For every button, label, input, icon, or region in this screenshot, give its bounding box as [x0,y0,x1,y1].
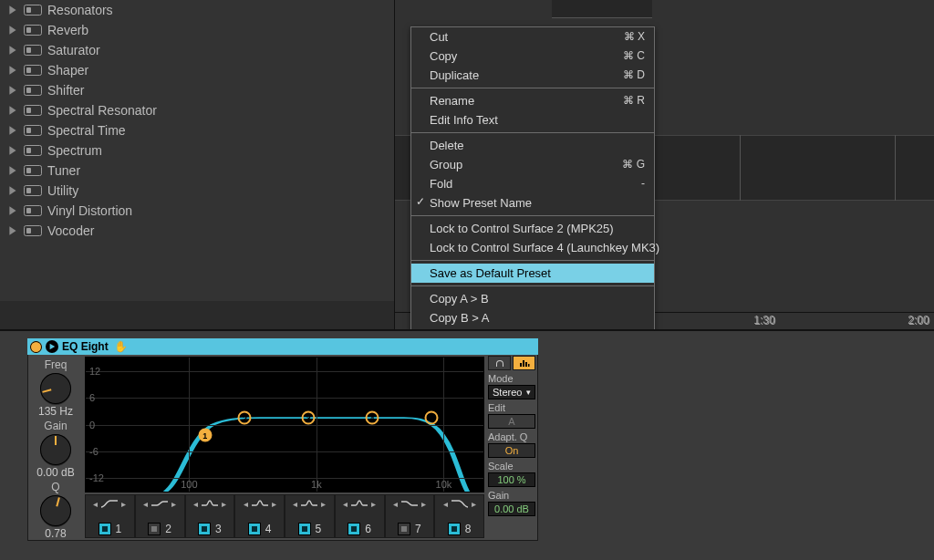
adaptq-value[interactable]: On [488,443,535,458]
menu-item[interactable]: Cut⌘ X [411,27,654,47]
svg-rect-40 [528,364,530,367]
gain-knob[interactable] [40,434,71,465]
graph-y-tick: -6 [89,446,99,457]
gain-value[interactable]: 0.00 dB [36,466,74,479]
menu-divider [411,260,654,261]
scale-value[interactable]: 100 % [488,472,535,487]
browser-item[interactable]: Spectral Time [7,120,387,140]
band-shape-selector[interactable]: ◂▸ [86,497,134,510]
band-slot: ◂▸1 [85,494,135,538]
menu-divider [411,215,654,216]
menu-item[interactable]: Lock to Control Surface 4 (Launchkey MK3… [411,238,654,257]
graph-gridline [86,371,483,372]
band-shape-selector[interactable]: ◂▸ [435,497,483,510]
browser-item[interactable]: Saturator [7,40,387,60]
menu-item-label: Group [430,158,462,171]
menu-item[interactable]: Lock to Control Surface 2 (MPK25) [411,219,654,238]
browser-item-label: Shifter [47,83,84,98]
gain-label: Gain [44,420,67,432]
device-eq-eight: EQ Eight ✋ Freq 135 Hz Gain 0.00 dB Q 0.… [27,338,538,555]
eq-graph[interactable]: 1260-6-121001k10k12345 [85,357,484,493]
browser-item[interactable]: Shifter [7,80,387,100]
browser-item[interactable]: Reverb [7,20,387,40]
menu-item[interactable]: Show Preset Name [411,193,654,213]
device-activator-icon[interactable] [30,341,42,353]
band-shape-selector[interactable]: ◂▸ [235,497,284,510]
device-power-icon[interactable] [46,340,58,353]
band-enable-toggle[interactable] [198,523,211,535]
eq-band-node[interactable]: 1 [198,429,212,442]
browser-item-label: Resonators [47,3,113,17]
freq-knob[interactable] [40,373,71,404]
browser-item[interactable]: Spectrum [7,140,387,161]
band-enable-toggle[interactable] [448,523,461,535]
menu-item[interactable]: Copy A > B [411,289,654,308]
eq-band-node[interactable]: 2 [238,411,252,425]
browser-item[interactable]: Utility [7,181,387,201]
menu-item-label: Lock to Control Surface 4 (Launchkey MK3… [430,241,659,254]
headphone-button[interactable] [488,356,511,370]
menu-item[interactable]: Rename⌘ R [411,91,654,110]
menu-divider [411,88,654,88]
graph-gridline [317,358,317,492]
svg-rect-39 [525,362,527,367]
band-enable-toggle[interactable] [148,523,161,535]
graph-gridline [189,358,190,492]
svg-marker-30 [9,206,16,215]
menu-item[interactable]: Group⌘ G [411,155,654,174]
edit-value[interactable]: A [488,414,535,429]
menu-item[interactable]: Save as Default Preset [411,264,654,283]
menu-item-shortcut: ⌘ D [623,67,645,83]
menu-item[interactable]: Copy B > A [411,308,654,327]
band-enable-toggle[interactable] [298,523,311,535]
menu-item[interactable]: Delete [411,136,654,155]
svg-marker-15 [9,106,16,115]
menu-item[interactable]: Fold- [411,174,654,193]
freq-value[interactable]: 135 Hz [38,405,73,418]
band-enable-toggle[interactable] [348,523,360,535]
menu-item[interactable]: Duplicate⌘ D [411,66,654,85]
gain-out-label: Gain [488,490,535,501]
gain-out-value[interactable]: 0.00 dB [488,502,535,516]
band-slot: ◂▸7 [385,494,435,538]
menu-item-shortcut: ⌘ R [623,93,645,109]
device-title: EQ Eight [62,340,109,353]
band-enable-toggle[interactable] [398,523,410,535]
band-shape-selector[interactable]: ◂▸ [386,497,434,510]
browser-item[interactable]: Vocoder [7,221,387,241]
band-shape-selector[interactable]: ◂▸ [285,497,334,510]
svg-rect-26 [26,168,31,173]
band-slot: ◂▸3 [185,494,235,538]
param-column: Mode Stereo Edit A Adapt. Q On Scale 100… [486,355,537,540]
eq-band-node[interactable]: 4 [365,411,379,425]
q-value[interactable]: 0.78 [45,527,66,540]
device-title-bar[interactable]: EQ Eight ✋ [27,338,538,355]
band-shape-selector[interactable]: ◂▸ [136,497,184,510]
band-enable-toggle[interactable] [99,523,111,535]
browser-item[interactable]: Shaper [7,60,387,80]
svg-rect-35 [26,228,31,233]
browser-item[interactable]: Spectral Resonator [7,100,387,120]
analyzer-button[interactable] [513,356,535,370]
browser-item[interactable]: Tuner [7,161,387,181]
menu-item[interactable]: Copy⌘ C [411,47,654,66]
band-shape-selector[interactable]: ◂▸ [336,497,384,510]
q-knob[interactable] [40,495,71,526]
q-label: Q [51,481,59,493]
svg-rect-38 [523,360,524,367]
band-shape-selector[interactable]: ◂▸ [186,497,234,510]
graph-gridline [86,398,483,399]
svg-rect-2 [26,7,31,13]
svg-marker-36 [50,344,56,349]
browser-item-label: Spectral Time [47,123,126,138]
browser-item[interactable]: Resonators [7,0,387,20]
eq-band-node[interactable]: 3 [302,411,316,425]
browser-item[interactable]: Vinyl Distortion [7,201,387,221]
eq-band-node[interactable]: 5 [425,411,439,425]
graph-x-tick: 1k [311,479,322,490]
adaptq-label: Adapt. Q [488,431,535,442]
menu-item[interactable]: Edit Info Text [411,110,654,130]
mode-selector[interactable]: Stereo [488,385,535,399]
context-menu: Cut⌘ XCopy⌘ CDuplicate⌘ DRename⌘ REdit I… [410,26,655,373]
band-enable-toggle[interactable] [248,523,261,535]
